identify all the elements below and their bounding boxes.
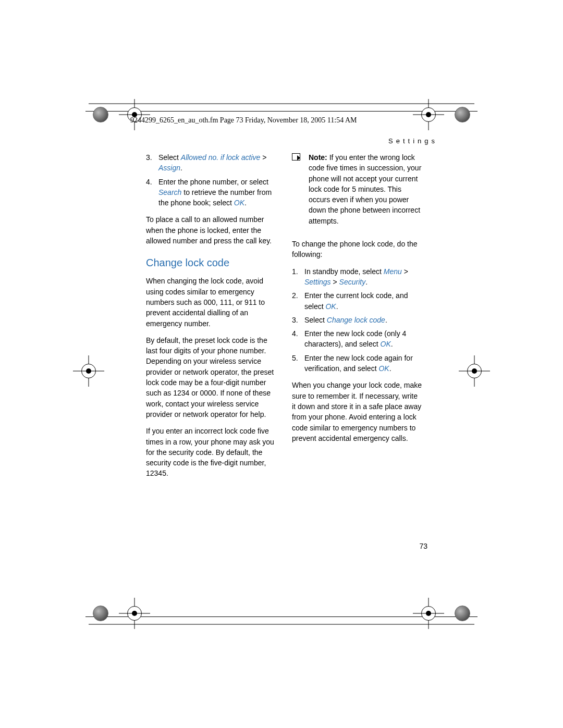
step-text: Select Change lock code. xyxy=(304,316,387,324)
right-column: Note: If you enter the wrong lock code f… xyxy=(292,152,422,485)
step-text: Select Allowed no. if lock active > Assi… xyxy=(158,153,266,172)
body-columns: 3.Select Allowed no. if lock active > As… xyxy=(146,152,422,485)
registration-mark-top-right xyxy=(417,103,470,126)
registration-mark-bottom-left xyxy=(93,602,146,625)
reg-dot-icon xyxy=(455,107,470,122)
list-item: 4.Enter the phone number, or select Sear… xyxy=(146,177,276,208)
crop-marks-top xyxy=(89,96,474,111)
manual-page: 9244299_6265_en_au_oth.fm Page 73 Friday… xyxy=(0,0,563,728)
document-slug: 9244299_6265_en_au_oth.fm Page 73 Friday… xyxy=(130,116,357,125)
reg-cross-icon xyxy=(123,602,146,625)
step-number: 4. xyxy=(146,177,152,187)
right-steps-b: 1.In standby mode, select Menu > Setting… xyxy=(292,266,422,374)
step-text: Enter the current lock code, and select … xyxy=(304,291,408,310)
step-number: 5. xyxy=(292,353,298,363)
step-number: 2. xyxy=(292,290,298,301)
list-item: 3.Select Change lock code. xyxy=(292,315,422,325)
step-text: Enter the new lock code again for verifi… xyxy=(304,354,413,373)
list-item: 5.Enter the new lock code again for veri… xyxy=(292,353,422,374)
reg-dot-icon xyxy=(93,606,108,621)
step-text: Enter the new lock code (only 4 characte… xyxy=(304,329,406,348)
list-item: 2.Enter the current lock code, and selec… xyxy=(292,290,422,312)
registration-mark-bottom-right xyxy=(417,602,470,625)
section-header: Settings xyxy=(388,137,438,145)
reg-cross-icon xyxy=(417,602,440,625)
step-number: 3. xyxy=(292,315,298,325)
registration-mark-mid-right xyxy=(463,360,486,382)
registration-mark-mid-left xyxy=(77,360,100,382)
reg-dot-icon xyxy=(93,107,108,122)
step-text: In standby mode, select Menu > Settings … xyxy=(304,267,408,286)
left-column: 3.Select Allowed no. if lock active > As… xyxy=(146,152,276,485)
reg-dot-icon xyxy=(455,606,470,621)
crop-marks-bottom xyxy=(89,617,474,632)
list-item: 1.In standby mode, select Menu > Setting… xyxy=(292,266,422,288)
step-number: 1. xyxy=(292,266,298,277)
reg-cross-icon xyxy=(417,103,440,126)
step-number: 4. xyxy=(292,328,298,339)
body-paragraph: By default, the preset lock code is the … xyxy=(146,335,276,419)
note-icon xyxy=(292,153,303,165)
list-item: 3.Select Allowed no. if lock active > As… xyxy=(146,152,276,174)
left-steps-a: 3.Select Allowed no. if lock active > As… xyxy=(146,152,276,208)
reg-cross-icon xyxy=(463,360,486,382)
list-item: 4.Enter the new lock code (only 4 charac… xyxy=(292,328,422,350)
note-text: Note: If you enter the wrong lock code f… xyxy=(309,152,422,226)
step-text: Enter the phone number, or select Search… xyxy=(158,178,272,207)
heading-change-lock-code: Change lock code xyxy=(146,255,276,270)
body-paragraph: If you enter an incorrect lock code five… xyxy=(146,426,276,478)
page-number: 73 xyxy=(419,542,427,550)
body-paragraph: To place a call to an allowed number whe… xyxy=(146,214,276,246)
note-block: Note: If you enter the wrong lock code f… xyxy=(292,152,422,232)
body-paragraph: When you change your lock code, make sur… xyxy=(292,380,422,443)
body-paragraph: To change the phone lock code, do the fo… xyxy=(292,239,422,260)
step-number: 3. xyxy=(146,152,152,163)
body-paragraph: When changing the lock code, avoid using… xyxy=(146,276,276,328)
reg-cross-icon xyxy=(77,360,100,382)
